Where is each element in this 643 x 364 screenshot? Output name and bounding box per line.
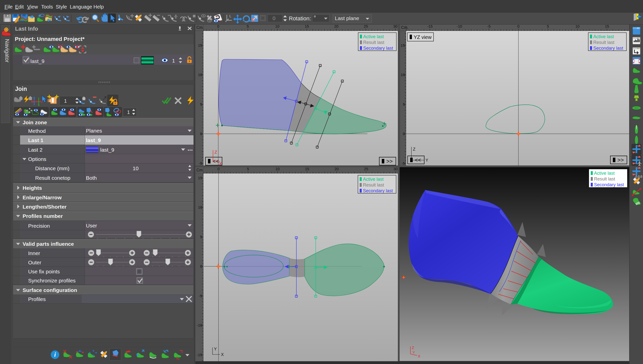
svg-text:5: 5 [247, 25, 249, 28]
svg-text:1: 1 [64, 98, 67, 104]
svg-text:0: 0 [217, 25, 219, 28]
svg-text:X: X [221, 352, 224, 357]
svg-text:Join zone: Join zone [23, 119, 47, 125]
svg-text:Profiles: Profiles [28, 296, 46, 302]
svg-text:Last 1: Last 1 [28, 137, 43, 143]
svg-text:Enlarge/Narrow: Enlarge/Narrow [23, 195, 62, 200]
svg-text:Navigator: Navigator [4, 39, 10, 63]
svg-text:Last 2: Last 2 [28, 147, 42, 153]
svg-text:Surface configuration: Surface configuration [23, 287, 77, 293]
svg-text:Use fix points: Use fix points [28, 269, 60, 274]
svg-text:Outer: Outer [28, 260, 41, 265]
svg-text:30: 30 [394, 167, 398, 171]
svg-text:Z: Z [215, 150, 217, 155]
svg-text:Active last: Active last [594, 171, 615, 176]
svg-text:last_9: last_9 [86, 137, 101, 143]
svg-text:5: 5 [547, 25, 549, 28]
svg-text:User: User [86, 223, 97, 228]
svg-text:25: 25 [364, 25, 368, 28]
svg-text:Language: Language [70, 4, 92, 10]
svg-text:X: X [219, 161, 222, 165]
svg-text:10: 10 [133, 165, 138, 171]
svg-text:20: 20 [334, 25, 339, 28]
svg-text:15: 15 [305, 25, 309, 28]
svg-text:Precision: Precision [28, 223, 50, 229]
svg-text:Active last: Active last [593, 34, 614, 39]
svg-text:Active last: Active last [363, 34, 384, 39]
svg-text:Profiles number: Profiles number [23, 213, 63, 219]
svg-text:Synchronize profiles: Synchronize profiles [28, 278, 76, 283]
svg-text:1: 1 [127, 109, 130, 115]
svg-text:Secondary last: Secondary last [594, 182, 624, 187]
svg-text:Result conetop: Result conetop [35, 175, 70, 181]
svg-text:View: View [27, 4, 38, 10]
svg-text:>>: >> [386, 158, 393, 164]
svg-text:YZ view: YZ view [414, 34, 432, 40]
svg-text:20: 20 [335, 167, 339, 171]
svg-text:File: File [5, 4, 13, 10]
svg-text:Inner: Inner [28, 250, 40, 256]
svg-text:1: 1 [172, 58, 175, 64]
svg-text:Cm.: Cm. [196, 25, 204, 30]
svg-text:0: 0 [273, 15, 276, 21]
svg-text:30: 30 [393, 25, 398, 28]
svg-text:Both: Both [86, 175, 97, 181]
svg-text:Join: Join [15, 86, 27, 92]
svg-text:10: 10 [276, 167, 280, 171]
svg-text:-15: -15 [427, 25, 433, 28]
svg-text:10: 10 [575, 25, 580, 28]
svg-text:Y: Y [214, 347, 217, 351]
svg-text:º: º [314, 15, 316, 20]
svg-text:Y: Y [413, 350, 415, 354]
svg-text:Edit: Edit [15, 4, 24, 10]
svg-text:10: 10 [275, 25, 280, 28]
svg-text:Tools: Tools [41, 4, 53, 10]
svg-text:5: 5 [247, 167, 249, 171]
svg-text:Distance (mm): Distance (mm) [35, 165, 70, 171]
svg-text:15: 15 [305, 167, 309, 171]
svg-text:Result last: Result last [594, 176, 615, 181]
svg-text:Z: Z [412, 346, 414, 350]
svg-text:Cm.: Cm. [401, 25, 408, 30]
svg-text:0: 0 [517, 25, 519, 28]
svg-text:>>: >> [617, 157, 624, 163]
svg-text:0: 0 [218, 167, 220, 171]
svg-text:Style: Style [56, 4, 67, 10]
svg-text:Method: Method [28, 128, 46, 134]
svg-text:Last Info: Last Info [15, 26, 38, 32]
svg-text:Valid parts influence: Valid parts influence [23, 241, 74, 247]
svg-text:Last plane: Last plane [335, 15, 359, 21]
svg-text:Result last: Result last [363, 40, 384, 45]
svg-text:Result last: Result last [593, 40, 614, 45]
svg-text:L: L [229, 14, 231, 18]
svg-text:Y: Y [425, 158, 428, 162]
svg-text:last_9: last_9 [30, 58, 44, 64]
svg-text:25: 25 [364, 167, 368, 171]
svg-text:Project: Unnamed Project*: Project: Unnamed Project* [15, 36, 85, 42]
svg-text:Heights: Heights [23, 185, 42, 191]
svg-text:Z: Z [413, 147, 415, 151]
svg-text:Cm.: Cm. [196, 168, 204, 172]
svg-text:Rotation:: Rotation: [289, 15, 311, 22]
svg-text:15: 15 [605, 25, 609, 28]
svg-text:Result last: Result last [363, 183, 384, 188]
svg-text:Active last: Active last [363, 177, 384, 182]
svg-text:-5: -5 [487, 25, 491, 28]
svg-text:-10: -10 [457, 25, 462, 28]
svg-text:Secondary last: Secondary last [363, 188, 393, 193]
svg-text:last_9: last_9 [100, 147, 114, 153]
svg-text:Planes: Planes [86, 128, 102, 134]
svg-text:X: X [418, 354, 420, 358]
svg-text:Help: Help [93, 4, 104, 10]
svg-text:Lengthen/Shorter: Lengthen/Shorter [23, 204, 67, 210]
svg-text:Secondary last: Secondary last [593, 46, 623, 51]
svg-text:Options: Options [28, 156, 46, 162]
svg-text:Secondary last: Secondary last [363, 46, 393, 51]
